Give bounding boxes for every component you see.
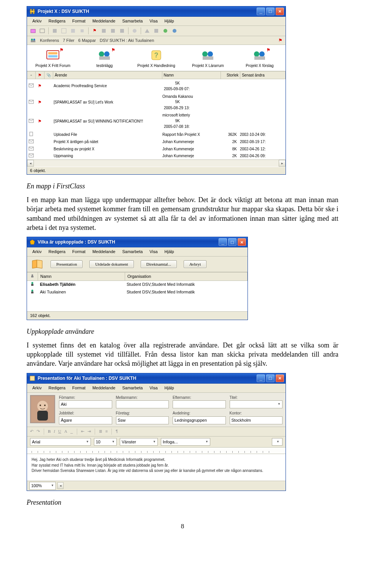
maximize-button[interactable]: □: [266, 374, 275, 382]
col-subject[interactable]: Ärende: [53, 72, 162, 79]
toolbar-icon[interactable]: [61, 28, 67, 34]
ruler[interactable]: [27, 448, 286, 454]
toolbar-icon[interactable]: [171, 28, 178, 34]
col-org[interactable]: Organisation: [125, 272, 248, 280]
flag-icon[interactable]: ⚑: [92, 28, 98, 34]
align-select[interactable]: Vänster▼: [120, 438, 158, 446]
toolbar-icon[interactable]: [153, 28, 159, 34]
menu-samarbeta[interactable]: Samarbeta: [119, 18, 146, 25]
minimize-button[interactable]: _: [257, 8, 265, 15]
more-icon[interactable]: ▼: [272, 438, 282, 446]
titlebar[interactable]: Projekt X : DSV SU/KTH _ □ ×: [27, 6, 286, 17]
maximize-button[interactable]: □: [266, 8, 275, 15]
list-row[interactable]: Projekt X äntligen på nätetJohan Kummene…: [27, 139, 286, 146]
titlebar[interactable]: Vilka är uppkopplade : DSV SU/KTH _ □ ×: [27, 237, 248, 247]
indent-icon[interactable]: ⇥: [87, 429, 91, 434]
col-icon[interactable]: [27, 272, 38, 280]
toolbar-icon[interactable]: [162, 28, 168, 34]
list-row[interactable]: Beskrivning av projekt XJohan Kummeneje8…: [27, 145, 286, 153]
menu-meddelande[interactable]: Meddelande: [89, 248, 119, 255]
menu-format[interactable]: Format: [69, 384, 89, 392]
direct-chat-button[interactable]: Direktsamtal...: [141, 260, 177, 268]
list-row[interactable]: ⚑Academic Proofreading Service5K2005-09-…: [27, 79, 286, 93]
toolbar-icon[interactable]: [119, 28, 125, 34]
col-flag[interactable]: ⚑: [36, 72, 44, 79]
italic-icon[interactable]: I: [54, 429, 55, 434]
toolbar-icon[interactable]: [132, 28, 138, 34]
field-input[interactable]: [116, 400, 169, 408]
scroll-right-icon[interactable]: ▸: [279, 160, 286, 167]
menu-hjalp[interactable]: Hjälp: [162, 248, 177, 255]
field-input[interactable]: Aki: [59, 400, 112, 408]
toolbar-icon[interactable]: [144, 28, 150, 34]
minimize-button[interactable]: _: [257, 374, 265, 382]
list-row[interactable]: ⚑[SPAMKLASSAT av SU] Let's WorkOmanda Ka…: [27, 93, 286, 112]
titlebar[interactable]: Presentation för Aki Tuuliainen : DSV SU…: [27, 373, 286, 384]
field-input[interactable]: [173, 400, 226, 408]
col-icon[interactable]: ▫: [27, 72, 36, 79]
field-input[interactable]: Ledningsgruppen: [173, 416, 226, 424]
menu-redigera[interactable]: Redigera: [45, 18, 68, 25]
conference-item[interactable]: ⚑ Projekt X Fritt Forum: [34, 49, 72, 69]
conference-item[interactable]: Projekt X Lärarrum: [189, 49, 227, 69]
list-row[interactable]: ⚑[SPAMKLASSAT av SU] WINNING NOTIFICATIO…: [27, 112, 286, 131]
scroll-left-icon[interactable]: ◂: [57, 482, 63, 489]
avatar[interactable]: [30, 395, 55, 423]
menu-meddelande[interactable]: Meddelande: [89, 384, 119, 392]
user-row[interactable]: Elisabeth TjälldénStudent DSV,Student Me…: [27, 281, 248, 288]
menu-format[interactable]: Format: [69, 248, 89, 255]
underline-icon[interactable]: U: [58, 429, 61, 434]
menu-samarbeta[interactable]: Samarbeta: [119, 248, 146, 255]
field-input[interactable]: ▼: [230, 400, 283, 408]
menu-arkiv[interactable]: Arkiv: [29, 18, 44, 25]
list-row[interactable]: Uploaded FileRapport från Projekt X362K2…: [27, 131, 286, 139]
insert-select[interactable]: Infoga...▼: [161, 438, 210, 446]
scrollbar[interactable]: ◂ ▸: [27, 159, 286, 167]
bold-icon[interactable]: B: [48, 429, 51, 434]
shared-documents-button[interactable]: Utdelade dokument: [89, 260, 133, 268]
conference-item[interactable]: ⚑ testinlägg: [86, 49, 124, 69]
conference-item[interactable]: ? Projekt X Handledning: [137, 49, 175, 69]
menu-redigera[interactable]: Redigera: [45, 248, 68, 255]
conference-item[interactable]: ⚑ Projekt X förslag: [241, 49, 279, 69]
minimize-button[interactable]: _: [219, 238, 227, 246]
undo-icon[interactable]: ↶: [30, 429, 33, 434]
field-input[interactable]: Stockholm: [230, 416, 283, 424]
cancel-button[interactable]: Avbryt: [184, 260, 206, 268]
maximize-button[interactable]: □: [228, 238, 236, 246]
list-row[interactable]: UppmaningJohan Kummeneje2K2002-04-26 09:: [27, 153, 286, 160]
close-button[interactable]: ×: [276, 374, 284, 382]
menu-redigera[interactable]: Redigera: [45, 384, 68, 392]
highlight-icon[interactable]: ⎯: [70, 429, 73, 434]
toolbar-icon[interactable]: [52, 28, 58, 34]
number-list-icon[interactable]: ≡: [105, 429, 108, 434]
close-button[interactable]: ×: [238, 238, 246, 246]
scroll-left-icon[interactable]: ◂: [27, 160, 34, 167]
menu-arkiv[interactable]: Arkiv: [29, 248, 44, 255]
menu-visa[interactable]: Visa: [146, 18, 160, 25]
outdent-icon[interactable]: ⇤: [81, 429, 84, 434]
toolbar-icon[interactable]: [39, 28, 45, 34]
close-button[interactable]: ×: [276, 8, 284, 15]
menu-meddelande[interactable]: Meddelande: [89, 18, 119, 25]
menu-arkiv[interactable]: Arkiv: [29, 384, 44, 392]
paragraph-icon[interactable]: ¶: [116, 429, 118, 434]
menu-visa[interactable]: Visa: [146, 248, 160, 255]
bullet-list-icon[interactable]: ≣: [99, 429, 102, 434]
menu-visa[interactable]: Visa: [146, 384, 160, 392]
toolbar-icon[interactable]: [101, 28, 107, 34]
presentation-button[interactable]: Presentation: [51, 260, 83, 268]
col-size[interactable]: Storlek: [221, 72, 240, 79]
document-body[interactable]: Hej. Jag heter Aki och studerar tredje å…: [27, 454, 286, 481]
col-date[interactable]: Senast ändra: [240, 72, 286, 79]
zoom-select[interactable]: 100%▼: [29, 482, 56, 490]
menu-format[interactable]: Format: [69, 18, 89, 25]
col-attach[interactable]: 📎: [44, 72, 53, 79]
redo-icon[interactable]: ↷: [36, 429, 40, 434]
col-name[interactable]: Namn: [162, 72, 221, 79]
toolbar-icon[interactable]: [79, 28, 85, 34]
field-input[interactable]: Ssw: [116, 416, 169, 424]
col-name[interactable]: Namn: [38, 272, 125, 280]
text-color-icon[interactable]: A: [64, 429, 67, 434]
menu-samarbeta[interactable]: Samarbeta: [119, 384, 146, 392]
